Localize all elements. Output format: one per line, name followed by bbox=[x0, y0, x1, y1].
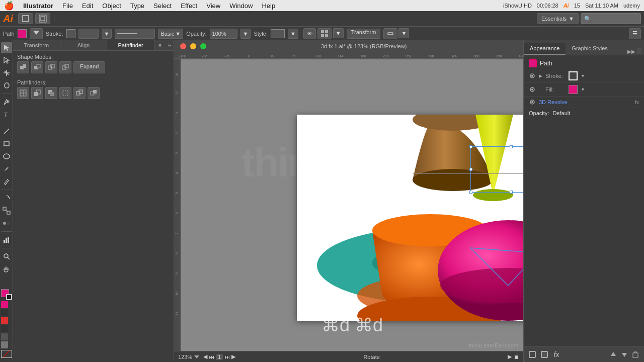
merge-btn[interactable] bbox=[45, 87, 57, 99]
menu-help[interactable]: Help bbox=[258, 2, 279, 10]
tab-transform[interactable]: Transform bbox=[13, 40, 60, 50]
menu-edit[interactable]: Edit bbox=[78, 2, 97, 10]
search-box[interactable]: 🔍 bbox=[581, 13, 641, 24]
panel-expand-icon[interactable]: ▶▶ bbox=[627, 49, 635, 54]
style-dropdown[interactable]: ▼ bbox=[288, 29, 298, 39]
blend-mode-dropdown[interactable]: Basic ▼ bbox=[158, 29, 183, 39]
transform-tool-1[interactable] bbox=[383, 28, 397, 39]
unite-btn[interactable] bbox=[17, 61, 29, 73]
minus-front-btn[interactable] bbox=[31, 61, 43, 73]
lasso-tool[interactable] bbox=[1, 80, 12, 91]
play-btn[interactable]: ▶ bbox=[508, 353, 512, 360]
move-down-btn[interactable] bbox=[620, 350, 629, 359]
panel-menu-icon[interactable]: ☰ bbox=[636, 48, 642, 55]
swatch-pink[interactable] bbox=[1, 301, 8, 308]
divide-btn[interactable] bbox=[17, 87, 29, 99]
add-effect-btn[interactable]: fx bbox=[552, 350, 561, 359]
crop-btn[interactable] bbox=[59, 87, 71, 99]
opacity-field[interactable]: 100% bbox=[210, 29, 237, 39]
none-swatch[interactable] bbox=[1, 350, 12, 358]
ellipse-tool[interactable] bbox=[1, 151, 12, 162]
page-field[interactable]: 1 bbox=[216, 354, 223, 360]
minimize-window-btn[interactable] bbox=[190, 43, 196, 49]
fill-visibility-btn[interactable] bbox=[529, 86, 536, 93]
grid-dropdown[interactable]: ▼ bbox=[333, 28, 344, 38]
canvas-workspace[interactable]: think D bbox=[181, 59, 523, 351]
fill-color-swatch[interactable] bbox=[18, 29, 27, 38]
direct-select-tool[interactable] bbox=[1, 55, 12, 66]
stroke-expand-btn[interactable]: ▶ bbox=[539, 73, 542, 78]
tab-pathfinder[interactable]: Pathfinder bbox=[107, 40, 154, 50]
menu-object[interactable]: Object bbox=[98, 2, 125, 10]
intersect-btn[interactable] bbox=[45, 61, 57, 73]
select-tool[interactable] bbox=[1, 42, 12, 53]
essentials-btn[interactable]: Essentials ▼ bbox=[537, 13, 579, 24]
close-window-btn[interactable] bbox=[180, 43, 186, 49]
first-page-btn[interactable]: ⏮ bbox=[209, 354, 214, 360]
fill-stroke-indicator[interactable] bbox=[1, 289, 12, 300]
exclude-btn[interactable] bbox=[59, 61, 71, 73]
style-swatch[interactable] bbox=[271, 29, 285, 38]
add-new-stroke-btn[interactable] bbox=[528, 350, 537, 359]
delete-btn[interactable] bbox=[631, 350, 640, 359]
menu-file[interactable]: File bbox=[58, 2, 77, 10]
minus-back-btn[interactable] bbox=[88, 87, 100, 99]
menu-type[interactable]: Type bbox=[126, 2, 148, 10]
stroke-swatch[interactable] bbox=[569, 71, 578, 80]
move-up-btn[interactable] bbox=[609, 350, 618, 359]
line-tool[interactable] bbox=[1, 126, 12, 137]
menu-effect[interactable]: Effect bbox=[177, 2, 201, 10]
swatch-gray[interactable] bbox=[1, 333, 8, 340]
rotate-tool[interactable] bbox=[1, 193, 12, 204]
stroke-visibility-btn[interactable] bbox=[529, 72, 536, 79]
bar-chart-tool[interactable] bbox=[1, 234, 12, 245]
tab-graphic-styles[interactable]: Graphic Styles bbox=[566, 43, 614, 55]
fill-swatch[interactable] bbox=[569, 85, 578, 94]
zoom-control[interactable]: 123% bbox=[178, 354, 199, 360]
stroke-color-swatch[interactable] bbox=[66, 29, 75, 38]
trim-btn[interactable] bbox=[31, 87, 43, 99]
panel-expand-btn[interactable] bbox=[166, 40, 174, 50]
maximize-window-btn[interactable] bbox=[200, 43, 206, 49]
rect-tool[interactable] bbox=[1, 138, 12, 149]
transform-dropdown[interactable]: ▼ bbox=[398, 28, 409, 38]
swatch-dark2[interactable] bbox=[1, 325, 8, 332]
swatch-dark[interactable] bbox=[1, 309, 8, 316]
outline-btn[interactable] bbox=[73, 87, 86, 99]
hand-tool[interactable] bbox=[1, 263, 12, 275]
zoom-tool[interactable] bbox=[1, 251, 12, 262]
add-new-fill-btn[interactable] bbox=[540, 350, 549, 359]
pencil-tool[interactable] bbox=[1, 176, 12, 187]
menu-illustrator[interactable]: Illustrator bbox=[19, 2, 57, 10]
menu-select[interactable]: Select bbox=[149, 2, 176, 10]
effect-visibility-btn[interactable] bbox=[529, 99, 536, 106]
swatch-red[interactable] bbox=[1, 317, 8, 324]
panel-options-btn[interactable]: ☰ bbox=[629, 28, 641, 39]
visibility-btn[interactable]: 👁 bbox=[303, 28, 316, 39]
fill-options-btn[interactable] bbox=[30, 28, 43, 39]
type-tool[interactable]: T bbox=[1, 109, 12, 120]
artboard-btn[interactable] bbox=[35, 13, 50, 24]
menu-window[interactable]: Window bbox=[225, 2, 257, 10]
pen-tool[interactable] bbox=[1, 97, 12, 108]
stroke-value-field[interactable] bbox=[78, 29, 99, 39]
tab-appearance[interactable]: Appearance bbox=[524, 43, 566, 55]
3d-revolve-label[interactable]: 3D Revolve bbox=[539, 99, 632, 105]
next-page-btn[interactable]: ▶ bbox=[231, 353, 235, 360]
grid-btn[interactable] bbox=[317, 28, 332, 39]
panel-close-btn[interactable]: × bbox=[154, 40, 166, 50]
new-doc-btn[interactable] bbox=[18, 13, 33, 24]
transform-btn[interactable]: Transform bbox=[347, 29, 381, 39]
menu-view[interactable]: View bbox=[202, 2, 224, 10]
apple-menu[interactable]: 🍎 bbox=[4, 1, 14, 11]
blend-tool[interactable] bbox=[1, 218, 12, 229]
expand-btn[interactable]: Expand bbox=[73, 61, 105, 73]
opacity-dropdown[interactable]: ▼ bbox=[240, 29, 251, 39]
stroke-dropdown[interactable]: ▼ bbox=[102, 29, 112, 39]
last-page-btn[interactable]: ⏭ bbox=[224, 354, 230, 360]
swatch-gray2[interactable] bbox=[1, 341, 8, 348]
scale-tool[interactable] bbox=[1, 205, 12, 216]
prev-page-btn[interactable]: ◀ bbox=[203, 353, 207, 360]
stroke-preview[interactable] bbox=[115, 29, 155, 39]
stop-btn[interactable]: ⏹ bbox=[514, 354, 519, 360]
